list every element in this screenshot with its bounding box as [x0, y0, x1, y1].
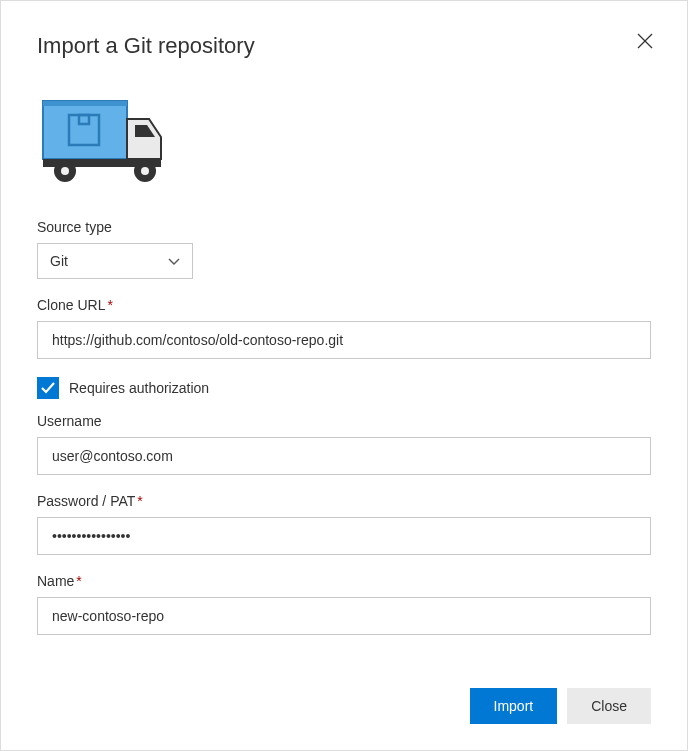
username-field: Username	[37, 413, 651, 475]
required-asterisk: *	[76, 573, 81, 589]
dialog-title: Import a Git repository	[37, 33, 651, 59]
clone-url-field: Clone URL*	[37, 297, 651, 359]
name-input[interactable]	[37, 597, 651, 635]
dialog-buttons: Import Close	[470, 688, 651, 724]
username-input[interactable]	[37, 437, 651, 475]
requires-auth-label: Requires authorization	[69, 380, 209, 396]
name-field: Name*	[37, 573, 651, 635]
svg-point-8	[61, 167, 69, 175]
close-icon[interactable]	[633, 29, 657, 53]
svg-point-10	[141, 167, 149, 175]
chevron-down-icon	[168, 253, 180, 269]
close-button[interactable]: Close	[567, 688, 651, 724]
source-type-field: Source type Git	[37, 219, 651, 279]
username-label: Username	[37, 413, 651, 429]
source-type-label: Source type	[37, 219, 651, 235]
import-button[interactable]: Import	[470, 688, 558, 724]
requires-auth-checkbox[interactable]	[37, 377, 59, 399]
required-asterisk: *	[137, 493, 142, 509]
import-git-dialog: Import a Git repository Source type Git	[0, 0, 688, 751]
svg-rect-2	[43, 101, 127, 159]
source-type-value: Git	[50, 253, 68, 269]
truck-illustration	[39, 95, 651, 189]
svg-rect-3	[43, 101, 127, 106]
password-label: Password / PAT*	[37, 493, 651, 509]
password-input[interactable]	[37, 517, 651, 555]
source-type-select[interactable]: Git	[37, 243, 193, 279]
clone-url-input[interactable]	[37, 321, 651, 359]
required-asterisk: *	[107, 297, 112, 313]
password-field: Password / PAT*	[37, 493, 651, 555]
clone-url-label: Clone URL*	[37, 297, 651, 313]
requires-auth-row: Requires authorization	[37, 377, 651, 399]
name-label: Name*	[37, 573, 651, 589]
